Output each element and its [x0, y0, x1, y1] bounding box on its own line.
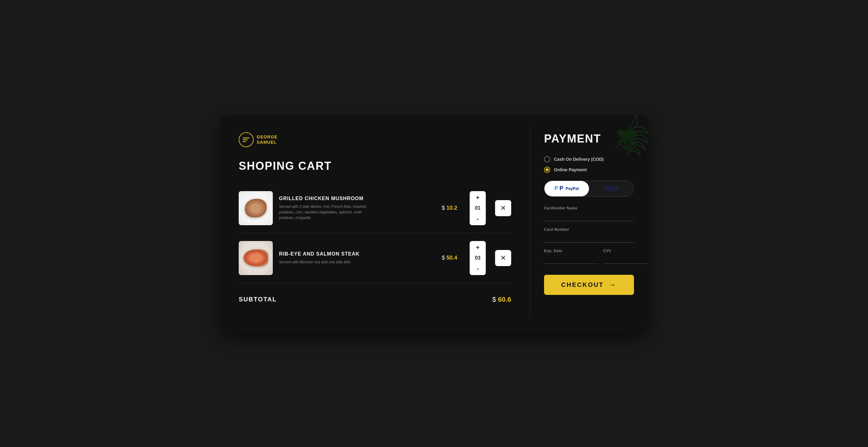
cart-title: SHOPING CART — [239, 160, 511, 173]
payment-methods: PP PayPal VISA — [544, 181, 634, 197]
item-name: GRILLED CHICKEN MUSHROOM — [279, 196, 436, 201]
cart-item: RIB-EYE AND SALMON STEAK Served with Mex… — [239, 233, 511, 283]
cvv-field: CVV — [603, 249, 648, 264]
payment-title: PAYMENT — [544, 132, 634, 145]
item-description: Served with Mexican rice and one side di… — [279, 259, 378, 265]
item-price: $ 50.4 — [442, 254, 457, 261]
checkout-arrow-icon: → — [609, 280, 617, 289]
remove-item-btn[interactable]: ✕ — [495, 250, 511, 266]
card-number-label: Card Number — [544, 228, 634, 232]
logo-icon — [239, 132, 254, 147]
logo-area: GEORGE SAMUEL — [239, 132, 511, 147]
qty-increase-btn[interactable]: + — [470, 241, 486, 254]
item-description: Served with 2 side dishes: rice, French … — [279, 204, 378, 220]
qty-decrease-btn[interactable]: - — [470, 212, 486, 225]
item-details: RIB-EYE AND SALMON STEAK Served with Mex… — [279, 251, 436, 265]
cart-items: GRILLED CHICKEN MUSHROOM Served with 2 s… — [239, 183, 511, 283]
payment-panel: PAYMENT Cash On Delivery (COD) Online Pa… — [530, 115, 648, 332]
qty-value: 03 — [470, 254, 486, 262]
paypal-btn[interactable]: PP PayPal — [545, 181, 589, 196]
quantity-control: + 03 - — [470, 241, 486, 275]
checkout-label: CHECKOUT — [561, 281, 603, 288]
radio-online — [544, 167, 550, 173]
exp-date-field: Exp. Date — [544, 249, 598, 264]
subtotal-label: SUBTOTAL — [239, 296, 277, 303]
qty-value: 01 — [470, 204, 486, 212]
payment-option-label-online: Online Payment — [554, 167, 587, 172]
paypal-logo: PP PayPal — [555, 185, 579, 192]
subtotal-amount: $ 60.6 — [492, 296, 511, 304]
quantity-control: + 01 - — [470, 191, 486, 225]
payment-option-online[interactable]: Online Payment — [544, 167, 634, 173]
radio-cod — [544, 156, 550, 162]
item-details: GRILLED CHICKEN MUSHROOM Served with 2 s… — [279, 196, 436, 220]
cardholder-name-label: Cardholder Name — [544, 206, 634, 210]
card-number-input[interactable] — [544, 234, 634, 243]
form-row-exp-cvv: Exp. Date CVV — [544, 249, 634, 264]
item-name: RIB-EYE AND SALMON STEAK — [279, 251, 436, 257]
cvv-input[interactable] — [603, 255, 648, 264]
svg-rect-7 — [243, 138, 250, 138]
app-container: GEORGE SAMUEL SHOPING CART GRILLED CHICK… — [220, 115, 648, 332]
svg-rect-8 — [243, 139, 248, 140]
visa-btn[interactable]: VISA — [589, 181, 633, 196]
cvv-label: CVV — [603, 249, 648, 253]
card-number-field: Card Number — [544, 228, 634, 243]
qty-decrease-btn[interactable]: - — [470, 262, 486, 275]
payment-option-label-cod: Cash On Delivery (COD) — [554, 157, 603, 162]
radio-inner — [546, 168, 549, 171]
item-image-chicken — [239, 191, 273, 225]
item-price: $ 10.2 — [442, 205, 457, 211]
subtotal-row: SUBTOTAL $ 60.6 — [239, 293, 511, 304]
exp-date-input[interactable] — [544, 255, 598, 264]
cardholder-name-field: Cardholder Name — [544, 206, 634, 221]
form-fields: Cardholder Name Card Number Exp. Date CV… — [544, 206, 634, 264]
cart-item: GRILLED CHICKEN MUSHROOM Served with 2 s… — [239, 183, 511, 233]
qty-increase-btn[interactable]: + — [470, 191, 486, 204]
remove-item-btn[interactable]: ✕ — [495, 200, 511, 216]
visa-logo: VISA — [604, 185, 618, 193]
exp-date-label: Exp. Date — [544, 249, 598, 253]
cart-panel: GEORGE SAMUEL SHOPING CART GRILLED CHICK… — [220, 115, 530, 332]
item-image-salmon — [239, 241, 273, 275]
svg-rect-9 — [243, 141, 246, 142]
checkout-button[interactable]: CHECKOUT → — [544, 275, 634, 295]
logo-text: GEORGE SAMUEL — [257, 134, 277, 145]
payment-options: Cash On Delivery (COD) Online Payment — [544, 156, 634, 173]
cardholder-name-input[interactable] — [544, 212, 634, 221]
payment-option-cod[interactable]: Cash On Delivery (COD) — [544, 156, 634, 162]
